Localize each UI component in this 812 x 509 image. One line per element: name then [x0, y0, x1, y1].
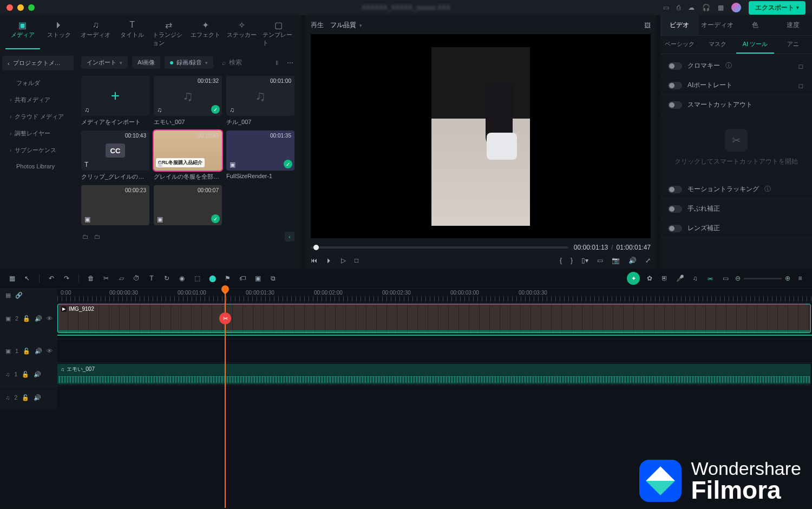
sidebar-shared-media[interactable]: 共有メディア: [2, 92, 74, 108]
cut-icon[interactable]: ✂: [101, 275, 112, 282]
sidebar-subsequence[interactable]: サブシーケンス: [2, 142, 74, 159]
camera-icon[interactable]: 📷: [612, 257, 620, 264]
shield-icon[interactable]: ⛨: [659, 275, 670, 282]
undo-icon[interactable]: ↶: [46, 275, 57, 282]
eye-icon[interactable]: 👁: [47, 348, 53, 354]
pointer-icon[interactable]: ↖: [22, 275, 32, 282]
apps-icon[interactable]: ▦: [718, 4, 724, 11]
tab-transition[interactable]: ⇄トランジション: [152, 18, 186, 49]
crop-icon[interactable]: ▱: [116, 275, 127, 282]
stabilize-toggle[interactable]: [668, 205, 682, 213]
info-icon[interactable]: ⓘ: [725, 61, 732, 70]
maximize-window[interactable]: [28, 4, 35, 11]
smart-cutout-toggle[interactable]: [668, 101, 682, 109]
import-media-tile[interactable]: +♫ メディアをインポート: [81, 76, 149, 126]
ai-image-button[interactable]: AI画像: [132, 56, 160, 69]
audio-track-lane[interactable]: エモい_007: [57, 363, 812, 386]
smart-cutout-start[interactable]: ✂ クリックしてスマートカットアウトを開始: [660, 115, 812, 180]
sidebar-cloud-media[interactable]: クラウド メディア: [2, 108, 74, 125]
minimize-window[interactable]: [17, 4, 24, 11]
media-search[interactable]: ⌕検索: [218, 56, 269, 69]
new-folder-icon[interactable]: 🗀: [82, 233, 89, 240]
mute-icon[interactable]: 🔊: [35, 348, 42, 355]
subtab-mask[interactable]: マスク: [698, 36, 736, 54]
tab-audio[interactable]: ♫オーディオ: [78, 18, 113, 49]
prev-frame-icon[interactable]: ⏮: [311, 257, 317, 264]
snap-icon[interactable]: ▦: [5, 292, 11, 299]
empty-video-lane[interactable]: [57, 340, 812, 362]
project-media-dropdown[interactable]: ‹プロジェクトメ…: [2, 56, 74, 70]
reset-icon[interactable]: ◇: [796, 80, 807, 90]
folder-icon[interactable]: 🗀: [94, 233, 101, 240]
stop-icon[interactable]: □: [355, 257, 358, 264]
media-clip[interactable]: 00:00:07▣✓: [154, 185, 222, 225]
video-track-lane[interactable]: IMG_9102 ✂: [57, 303, 812, 334]
reset-icon[interactable]: ◇: [796, 61, 807, 71]
subtab-anim[interactable]: アニ: [774, 36, 812, 54]
tab-sticker[interactable]: ✧ステッカー: [225, 18, 259, 49]
close-window[interactable]: [6, 4, 13, 11]
text-icon[interactable]: T: [146, 275, 157, 282]
mic-icon[interactable]: 🎤: [675, 275, 685, 282]
group-icon[interactable]: ▣: [252, 275, 263, 282]
timeline-ruler[interactable]: 0:00 00:00:00:30 00:00:01:00 00:00:01:30…: [57, 289, 812, 302]
ai-assistant-button[interactable]: ✦: [627, 272, 640, 285]
marker-add-icon[interactable]: ⬤: [207, 275, 218, 282]
lock-icon[interactable]: 🔓: [23, 315, 30, 322]
tab-title[interactable]: Tタイトル: [115, 18, 150, 49]
snapshot-icon[interactable]: 🖼: [644, 22, 651, 29]
music-icon[interactable]: ♫: [690, 275, 700, 282]
tab-stock[interactable]: ⏵ストック: [42, 18, 77, 49]
link-icon[interactable]: 🔗: [15, 292, 23, 299]
fullscreen-icon[interactable]: ⤢: [645, 257, 651, 264]
tab-effect[interactable]: ✦エフェクト: [188, 18, 223, 49]
media-clip[interactable]: ♫00:01:00♫ チル_007: [226, 76, 294, 126]
video-clip[interactable]: IMG_9102: [57, 304, 811, 333]
speed-icon[interactable]: ⏱: [131, 275, 142, 282]
volume-icon[interactable]: 🔊: [628, 257, 637, 264]
lock-icon[interactable]: 🔓: [23, 348, 30, 355]
media-clip[interactable]: 00:01:35▣✓ FullSizeRender-1: [226, 130, 294, 181]
play-icon[interactable]: ▷: [341, 257, 346, 264]
prop-tab-color[interactable]: 色: [736, 15, 774, 35]
prop-tab-video[interactable]: ビデオ: [660, 15, 698, 35]
media-clip[interactable]: 00:10:43GRL冬服購入品紹介▣ グレイルの冬服を全部着て…: [154, 130, 222, 181]
sidebar-adjustment-layer[interactable]: 調整レイヤー: [2, 125, 74, 142]
media-clip[interactable]: 00:00:23▣: [81, 185, 149, 225]
marker-icon[interactable]: ⚑: [222, 275, 233, 282]
redo-icon[interactable]: ↷: [61, 275, 72, 282]
support-icon[interactable]: 🎧: [702, 4, 710, 11]
chromakey-toggle[interactable]: [668, 62, 682, 70]
display-icon[interactable]: ▭: [663, 4, 669, 11]
export-button[interactable]: エクスポート▾: [749, 1, 806, 15]
lock-icon[interactable]: 🔓: [22, 394, 29, 401]
quality-dropdown[interactable]: フル品質▾: [330, 21, 362, 30]
detach-icon[interactable]: ⧉: [267, 275, 278, 282]
scissors-icon[interactable]: ✂: [219, 312, 231, 324]
filter-icon[interactable]: ⫴: [273, 57, 280, 69]
delete-icon[interactable]: 🗑: [86, 275, 96, 282]
prop-tab-audio[interactable]: オーディオ: [698, 15, 736, 35]
cloud-icon[interactable]: ☁: [688, 4, 695, 11]
info-icon[interactable]: ⓘ: [764, 185, 771, 194]
motion-tracking-toggle[interactable]: [668, 186, 682, 193]
media-clip[interactable]: CC00:10:43T クリップ_グレイルの冬服を…: [81, 130, 149, 181]
rotate-icon[interactable]: ↻: [161, 275, 172, 282]
ai-portrait-toggle[interactable]: [668, 82, 682, 89]
preview-canvas[interactable]: [311, 34, 651, 238]
media-clip[interactable]: ♫00:01:32♫✓ エモい_007: [154, 76, 222, 126]
mark-out-icon[interactable]: }: [571, 257, 573, 264]
fit-icon[interactable]: ▭: [720, 275, 731, 282]
collapse-arrow[interactable]: ‹: [285, 232, 294, 242]
empty-audio-lane[interactable]: [57, 386, 812, 409]
view-icon[interactable]: ≡: [795, 275, 806, 282]
tag-icon[interactable]: 🏷: [237, 275, 248, 282]
mute-icon[interactable]: 🔊: [35, 315, 42, 322]
mute-icon[interactable]: 🔊: [34, 394, 41, 401]
lock-icon[interactable]: 🔓: [22, 371, 29, 378]
audio-clip[interactable]: エモい_007: [57, 364, 811, 384]
sidebar-photos-library[interactable]: Photos Library: [2, 159, 74, 174]
display-mode-icon[interactable]: ▭: [597, 257, 603, 264]
zoom-out-icon[interactable]: ⊖: [735, 275, 741, 282]
keyframe-icon[interactable]: ⬚: [192, 275, 202, 282]
